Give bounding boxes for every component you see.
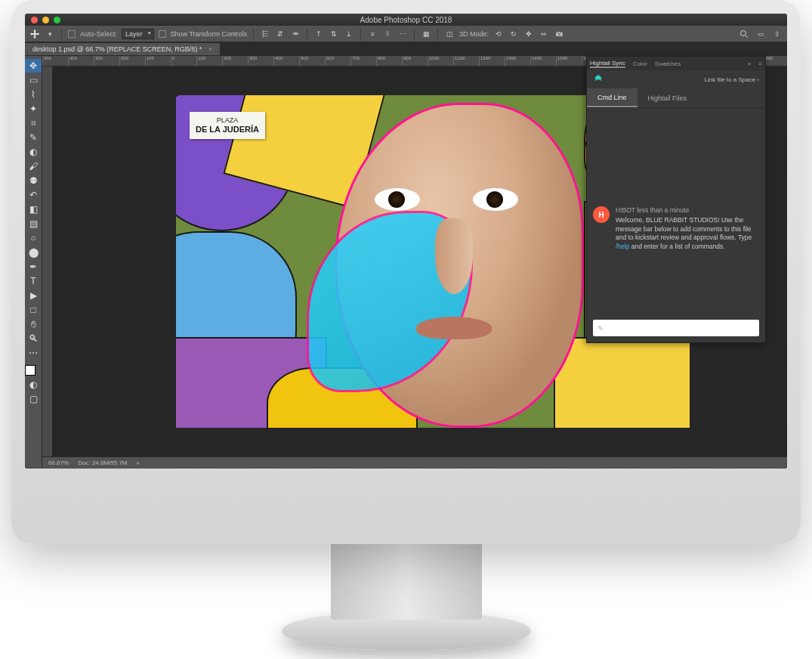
help-command-link[interactable]: /help bbox=[616, 243, 629, 250]
macos-titlebar: Adobe Photoshop CC 2018 bbox=[25, 14, 787, 26]
photoshop-window: Adobe Photoshop CC 2018 ▾ Auto-Select: L… bbox=[25, 14, 787, 469]
marquee-tool[interactable]: ▭ bbox=[25, 73, 42, 87]
screen-mode-tool[interactable]: ▢ bbox=[25, 392, 42, 406]
crop-tool[interactable]: ⌗ bbox=[25, 116, 42, 130]
distribute-spacing-icon[interactable]: ⋯ bbox=[397, 29, 408, 39]
hand-tool[interactable]: ✋︎ bbox=[25, 317, 42, 331]
show-transform-label: Show Transform Controls bbox=[171, 30, 248, 38]
ruler-mark: 1000 bbox=[428, 56, 453, 66]
align-right-edges-icon[interactable]: ⬲ bbox=[290, 29, 301, 39]
history-brush-tool[interactable]: ↶ bbox=[25, 188, 42, 202]
align-horizontal-centers-icon[interactable]: ⇵ bbox=[275, 29, 286, 39]
document-tab-bar: desktop 1.psd @ 66.7% (REPLACE SCREEN, R… bbox=[25, 42, 787, 56]
pen-tool[interactable]: ✒︎ bbox=[25, 260, 42, 274]
close-tab-icon[interactable]: × bbox=[208, 45, 212, 53]
vertical-ruler bbox=[42, 67, 53, 456]
doc-size[interactable]: Doc: 24.8M/55.7M bbox=[78, 459, 127, 466]
ruler-mark: 200 bbox=[119, 56, 145, 66]
svg-point-0 bbox=[741, 30, 746, 36]
hightail-logo-icon bbox=[593, 74, 604, 85]
3d-mode-label: 3D Mode: bbox=[459, 30, 489, 38]
magic-wand-tool[interactable]: ✦ bbox=[25, 102, 42, 116]
eraser-tool[interactable]: ◧ bbox=[25, 203, 42, 216]
align-top-edges-icon[interactable]: ⤒ bbox=[313, 29, 324, 39]
lasso-tool[interactable]: ⌇ bbox=[25, 88, 42, 101]
align-vertical-centers-icon[interactable]: ⇅ bbox=[329, 29, 339, 39]
3d-camera-icon[interactable]: 📷︎ bbox=[554, 29, 564, 39]
color-swatches[interactable] bbox=[25, 360, 42, 377]
document-tab[interactable]: desktop 1.psd @ 66.7% (REPLACE SCREEN, R… bbox=[25, 43, 220, 55]
align-bottom-edges-icon[interactable]: ⤓ bbox=[344, 29, 354, 39]
show-transform-checkbox[interactable] bbox=[159, 30, 166, 38]
healing-brush-tool[interactable]: ◐ bbox=[25, 145, 42, 159]
3d-pan-icon[interactable]: ✥ bbox=[523, 29, 534, 39]
panel-menu-icon[interactable]: ≡ bbox=[758, 60, 762, 67]
subtab-cmd-line[interactable]: Cmd Line bbox=[587, 88, 638, 107]
zoom-tool[interactable]: 🔍︎ bbox=[25, 332, 42, 345]
tool-preset-dropdown-icon[interactable]: ▾ bbox=[45, 29, 55, 39]
auto-align-icon[interactable]: ▦ bbox=[421, 29, 431, 39]
tab-swatches[interactable]: Swatches bbox=[655, 60, 681, 67]
edit-toolbar[interactable]: ⋯ bbox=[25, 346, 42, 360]
status-flyout-icon[interactable]: ▸ bbox=[137, 459, 140, 466]
ruler-mark: 1100 bbox=[453, 56, 479, 66]
move-tool-icon[interactable] bbox=[29, 29, 40, 39]
rectangle-tool[interactable]: □ bbox=[25, 303, 42, 317]
status-bar: 66.67% Doc: 24.8M/55.7M ▸ bbox=[42, 456, 787, 469]
bot-avatar: H bbox=[593, 206, 610, 223]
ruler-mark: 0 bbox=[171, 56, 196, 66]
hightail-sync-panel: Hightail Sync Color Swatches » ≡ Link fi… bbox=[586, 56, 766, 343]
bot-header: H!BOT less than a minute bbox=[616, 206, 759, 215]
align-left-edges-icon[interactable]: ⬱ bbox=[260, 29, 270, 39]
move-tool[interactable]: ✥ bbox=[25, 59, 42, 73]
link-file-button[interactable]: Link file to a Space › bbox=[704, 76, 759, 83]
link-file-row: Link file to a Space › bbox=[587, 70, 765, 88]
gradient-tool[interactable]: ▤ bbox=[25, 217, 42, 230]
3d-orbit-icon[interactable]: ⟲ bbox=[493, 29, 504, 39]
ruler-mark: 500 bbox=[299, 56, 325, 66]
quick-mask-tool[interactable]: ◐ bbox=[25, 378, 42, 391]
bot-message: H H!BOT less than a minute Welcome, BLUE… bbox=[593, 206, 759, 251]
zoom-level[interactable]: 66.67% bbox=[48, 459, 69, 466]
ruler-mark: 100 bbox=[145, 56, 171, 66]
share-icon[interactable]: ⇪ bbox=[772, 29, 783, 39]
panel-collapse-arrows-icon[interactable]: » bbox=[748, 60, 751, 67]
3d-cube-icon[interactable]: ◫ bbox=[444, 29, 455, 39]
ruler-mark: 1500 bbox=[556, 56, 582, 66]
plaza-sign-line1: PLAZA bbox=[196, 116, 259, 125]
ruler-mark: 1200 bbox=[479, 56, 505, 66]
chevron-right-icon: › bbox=[757, 76, 759, 83]
eyedropper-tool[interactable]: ✎ bbox=[25, 131, 42, 144]
3d-roll-icon[interactable]: ↻ bbox=[508, 29, 519, 39]
ruler-mark: 600 bbox=[325, 56, 350, 66]
distribute-horizontal-icon[interactable]: ≡ bbox=[367, 29, 378, 39]
dodge-tool[interactable]: ⬤ bbox=[25, 246, 42, 259]
svg-line-1 bbox=[746, 36, 748, 38]
type-tool[interactable]: T bbox=[25, 274, 42, 288]
auto-select-dropdown[interactable]: Layer bbox=[122, 29, 154, 39]
tools-panel: ✥ ▭ ⌇ ✦ ⌗ ✎ ◐ 🖌︎ ⚉ ↶ ◧ ▤ ○ ⬤ ✒︎ bbox=[25, 56, 42, 469]
minimize-window-button[interactable] bbox=[42, 17, 49, 23]
brush-tool[interactable]: 🖌︎ bbox=[25, 159, 42, 173]
clone-stamp-tool[interactable]: ⚉ bbox=[25, 174, 42, 187]
arrange-documents-icon[interactable]: ▭ bbox=[755, 29, 766, 39]
comment-input[interactable]: ✎ bbox=[593, 320, 759, 336]
3d-slide-icon[interactable]: ⇔ bbox=[539, 29, 549, 39]
auto-select-checkbox[interactable] bbox=[68, 30, 76, 38]
hightail-body: H H!BOT less than a minute Welcome, BLUE… bbox=[587, 108, 765, 342]
tab-hightail-sync[interactable]: Hightail Sync bbox=[590, 60, 625, 68]
ruler-mark: 500 bbox=[42, 56, 68, 66]
distribute-vertical-icon[interactable]: ⫴ bbox=[382, 29, 393, 39]
blur-tool[interactable]: ○ bbox=[25, 231, 42, 245]
foreground-color[interactable] bbox=[25, 365, 36, 376]
ruler-mark: 200 bbox=[222, 56, 248, 66]
fullscreen-window-button[interactable] bbox=[54, 17, 60, 23]
path-selection-tool[interactable]: ▶ bbox=[25, 289, 42, 302]
close-window-button[interactable] bbox=[31, 17, 38, 23]
subtab-hightail-files[interactable]: Hightail Files bbox=[638, 88, 698, 107]
ruler-mark: 1400 bbox=[530, 56, 556, 66]
tab-color[interactable]: Color bbox=[633, 60, 647, 67]
bot-msg-post: and enter for a list of commands. bbox=[629, 243, 724, 250]
search-icon[interactable] bbox=[739, 29, 749, 39]
ruler-mark: 400 bbox=[68, 56, 94, 66]
